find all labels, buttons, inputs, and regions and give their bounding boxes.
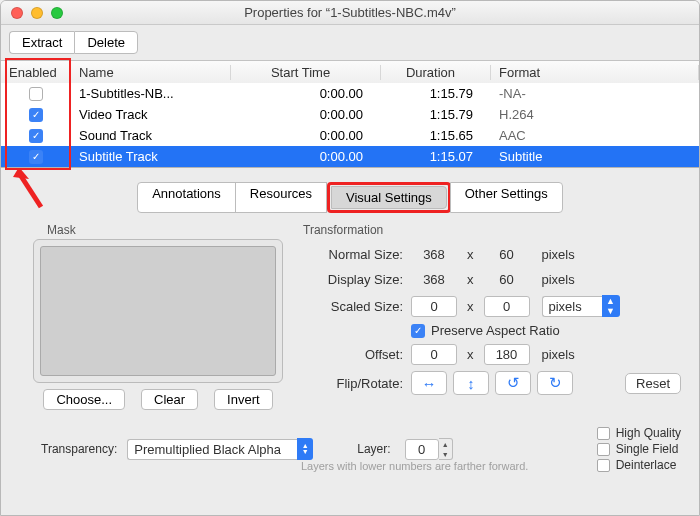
table-header: Enabled Name Start Time Duration Format [1,61,699,83]
rotate-cw-button[interactable]: ↻ [537,371,573,395]
mask-invert-button[interactable]: Invert [214,389,273,410]
scaled-width-input[interactable]: 0 [411,296,457,317]
layer-hint: Layers with lower numbers are farther fo… [301,460,528,472]
table-row[interactable]: ✓ Video Track 0:00.00 1:15.79 H.264 [1,104,699,125]
mask-section: Mask Choose... Clear Invert [33,223,283,410]
display-width: 368 [411,270,457,289]
cell-start: 0:00.00 [231,128,381,143]
dimension-x: x [457,347,484,362]
tab-bar: Annotations Resources Visual Settings Ot… [1,182,699,213]
table-row[interactable]: 1-Subtitles-NB... 0:00.00 1:15.79 -NA- [1,83,699,104]
cell-duration: 1:15.79 [381,86,491,101]
transparency-value: Premultiplied Black Alpha [127,439,297,460]
preserve-aspect-row: ✓ Preserve Aspect Ratio [303,323,681,338]
delete-button[interactable]: Delete [74,31,138,54]
chevron-updown-icon[interactable]: ▲▼ [602,295,620,317]
display-height: 60 [484,270,530,289]
tab-visual-settings[interactable]: Visual Settings [331,186,447,209]
col-name[interactable]: Name [71,65,231,80]
enabled-checkbox[interactable]: ✓ [29,108,43,122]
col-enabled[interactable]: Enabled [1,65,71,80]
titlebar: Properties for “1-Subtitles-NBC.m4v” [1,1,699,25]
col-start[interactable]: Start Time [231,65,381,80]
normal-size-row: Normal Size: 368 x 60 pixels [303,245,681,264]
dimension-x: x [457,299,484,314]
mask-choose-button[interactable]: Choose... [43,389,125,410]
flip-vertical-button[interactable]: ↕ [453,371,489,395]
high-quality-checkbox[interactable] [597,427,610,440]
enabled-checkbox[interactable] [29,87,43,101]
properties-window: Properties for “1-Subtitles-NBC.m4v” Ext… [0,0,700,516]
deinterlace-checkbox[interactable] [597,459,610,472]
unit-label: pixels [530,247,575,262]
mask-preview-frame [33,239,283,383]
mask-clear-button[interactable]: Clear [141,389,198,410]
cell-format: AAC [491,128,699,143]
deinterlace-label: Deinterlace [616,458,677,472]
single-field-checkbox[interactable] [597,443,610,456]
cell-duration: 1:15.65 [381,128,491,143]
mask-label: Mask [47,223,283,237]
track-table: Enabled Name Start Time Duration Format … [1,60,699,168]
cell-duration: 1:15.07 [381,149,491,164]
preserve-aspect-label: Preserve Aspect Ratio [431,323,560,338]
enabled-checkbox[interactable]: ✓ [29,150,43,164]
transformation-label: Transformation [303,223,681,237]
offset-x-input[interactable]: 0 [411,344,457,365]
cell-format: H.264 [491,107,699,122]
table-row[interactable]: ✓ Sound Track 0:00.00 1:15.65 AAC [1,125,699,146]
unit-label: pixels [530,347,575,362]
display-size-label: Display Size: [303,272,411,287]
table-row[interactable]: ✓ Subtitle Track 0:00.00 1:15.07 Subtitl… [1,146,699,167]
transparency-select[interactable]: Premultiplied Black Alpha ▲▼ [127,438,313,460]
reset-button[interactable]: Reset [625,373,681,394]
stepper-buttons[interactable]: ▲▼ [439,438,453,460]
scaled-size-label: Scaled Size: [303,299,411,314]
enabled-checkbox[interactable]: ✓ [29,129,43,143]
layer-value[interactable]: 0 [405,439,439,460]
cell-name: Subtitle Track [71,149,231,164]
col-format[interactable]: Format [491,65,699,80]
cell-start: 0:00.00 [231,86,381,101]
flip-rotate-row: Flip/Rotate: ↔ ↕ ↺ ↻ Reset [303,371,681,395]
cell-name: 1-Subtitles-NB... [71,86,231,101]
cell-start: 0:00.00 [231,107,381,122]
window-title: Properties for “1-Subtitles-NBC.m4v” [1,5,699,20]
annotation-arrow-icon [11,169,61,217]
layer-stepper[interactable]: 0 ▲▼ [405,438,453,460]
toolbar: Extract Delete [1,25,699,60]
col-duration[interactable]: Duration [381,65,491,80]
unit-label: pixels [530,272,575,287]
bottom-bar: Transparency: Premultiplied Black Alpha … [1,420,699,480]
tab-resources[interactable]: Resources [235,182,327,213]
mask-preview [40,246,276,376]
unit-value: pixels [542,296,602,317]
tab-other-settings[interactable]: Other Settings [450,182,563,213]
cell-name: Sound Track [71,128,231,143]
offset-label: Offset: [303,347,411,362]
extract-button[interactable]: Extract [9,31,74,54]
cell-format: -NA- [491,86,699,101]
tab-annotations[interactable]: Annotations [137,182,236,213]
annotation-visual-settings-highlight: Visual Settings [327,182,451,213]
rotate-ccw-button[interactable]: ↺ [495,371,531,395]
normal-size-label: Normal Size: [303,247,411,262]
high-quality-label: High Quality [616,426,681,440]
offset-row: Offset: 0 x 180 pixels [303,344,681,365]
transparency-label: Transparency: [41,442,117,456]
preserve-aspect-checkbox[interactable]: ✓ [411,324,425,338]
dimension-x: x [457,247,484,262]
scaled-height-input[interactable]: 0 [484,296,530,317]
chevron-updown-icon[interactable]: ▲▼ [297,438,313,460]
unit-select[interactable]: pixels ▲▼ [542,295,620,317]
offset-y-input[interactable]: 180 [484,344,530,365]
normal-width: 368 [411,245,457,264]
flip-rotate-label: Flip/Rotate: [303,376,411,391]
normal-height: 60 [484,245,530,264]
layer-label: Layer: [357,442,390,456]
display-size-row: Display Size: 368 x 60 pixels [303,270,681,289]
scaled-size-row: Scaled Size: 0 x 0 pixels ▲▼ [303,295,681,317]
flip-horizontal-button[interactable]: ↔ [411,371,447,395]
visual-settings-panel: Mask Choose... Clear Invert Transformati… [1,223,699,420]
cell-name: Video Track [71,107,231,122]
